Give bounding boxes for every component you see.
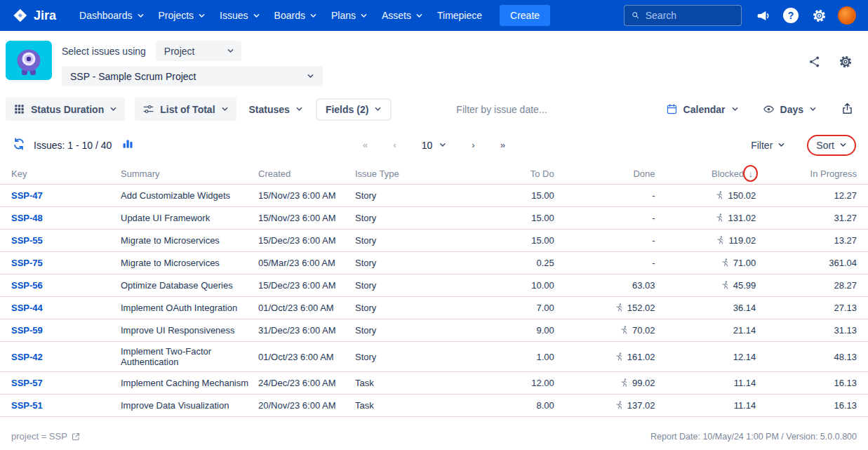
runner-icon [614, 303, 625, 313]
nav-item-label: Dashboards [79, 10, 133, 21]
status-duration-value: 12.27 [756, 186, 857, 205]
chevron-down-icon [360, 12, 368, 20]
runner-icon [614, 352, 625, 362]
report-settings-button[interactable] [839, 55, 853, 69]
issue-summary: Improve UI Responsiveness [121, 321, 258, 340]
runner-icon [619, 378, 629, 388]
sort-button-label: Sort [816, 140, 834, 151]
pagination-first-button[interactable]: « [360, 139, 370, 151]
issue-type: Task [355, 396, 453, 415]
issue-key-link[interactable]: SSP-48 [11, 213, 43, 223]
export-button[interactable] [838, 99, 857, 120]
list-of-total-button[interactable]: List of Total [135, 98, 236, 121]
search-input[interactable] [646, 10, 735, 21]
filter-button[interactable]: Filter [751, 140, 785, 151]
table-row: SSP-59Improve UI Responsiveness31/Dec/23… [0, 319, 868, 342]
nav-item-plans[interactable]: Plans [325, 4, 374, 27]
issue-key-link[interactable]: SSP-55 [11, 235, 43, 246]
nav-item-label: Issues [220, 10, 248, 21]
refresh-button[interactable] [11, 136, 27, 154]
issue-key-link[interactable]: SSP-59 [11, 325, 43, 336]
fields-button[interactable]: Fields (2) [316, 98, 392, 121]
fields-label: Fields (2) [326, 104, 368, 115]
status-duration-value: 70.02 [554, 321, 655, 340]
page-size-select[interactable]: 10 [419, 138, 450, 152]
profile-button[interactable] [836, 4, 858, 27]
nav-item-label: Timepiece [437, 10, 482, 21]
column-header-summary[interactable]: Summary [121, 168, 258, 179]
table-row: SSP-56Optimize Database Queries15/Dec/23… [0, 274, 868, 297]
chevron-down-icon [227, 47, 234, 55]
status-duration-value: 71.00 [655, 253, 756, 272]
list-of-total-label: List of Total [160, 104, 215, 115]
calendar-label: Calendar [683, 104, 726, 115]
report-type-button[interactable]: Status Duration [6, 98, 125, 121]
controls-left: Issues: 1 - 10 / 40 [11, 136, 137, 154]
status-duration-value: 16.13 [756, 396, 857, 415]
monster-logo-icon [6, 41, 52, 80]
issue-date-filter-input[interactable] [456, 104, 617, 115]
column-header-done[interactable]: Done [554, 168, 655, 179]
issue-type: Task [355, 373, 453, 392]
project-select[interactable]: SSP - Sample Scrum Project [62, 66, 323, 86]
chevron-down-icon [839, 141, 847, 149]
issue-key-link[interactable]: SSP-75 [11, 258, 43, 268]
column-header-in-progress[interactable]: In Progress [756, 168, 857, 179]
settings-button[interactable] [808, 4, 830, 27]
issue-key-link[interactable]: SSP-57 [11, 378, 43, 388]
sort-descending-icon[interactable]: ↓ [749, 169, 754, 178]
toolbar-right-group: Calendar Days [663, 98, 861, 121]
issue-type: Story [355, 186, 453, 205]
jql-link[interactable]: project = SSP [11, 431, 81, 442]
pagination-next-button[interactable]: › [469, 139, 477, 151]
nav-item-boards[interactable]: Boards [268, 4, 323, 27]
issue-summary: Migrate to Microservices [121, 253, 258, 272]
status-duration-value: 137.02 [554, 396, 655, 415]
avatar [838, 6, 856, 25]
status-duration-value: 11.14 [655, 396, 756, 415]
nav-item-dashboards[interactable]: Dashboards [73, 4, 151, 27]
jira-brand[interactable]: Jira [13, 8, 56, 23]
issue-key-link[interactable]: SSP-56 [11, 280, 43, 291]
navbar-menu: Dashboards Projects Issues Boards Plans … [73, 4, 488, 27]
calendar-button[interactable]: Calendar [663, 98, 742, 121]
refresh-icon [13, 138, 25, 150]
nav-item-timepiece[interactable]: Timepiece [431, 4, 488, 27]
issue-key-link[interactable]: SSP-51 [11, 400, 43, 411]
column-header-blocked[interactable]: Blocked ↓ [655, 168, 756, 179]
pagination-last-button[interactable]: » [498, 139, 508, 151]
column-header-created[interactable]: Created [258, 168, 355, 179]
issue-key-link[interactable]: SSP-42 [11, 352, 43, 362]
statuses-button[interactable]: Statuses [246, 98, 306, 121]
announcements-button[interactable] [752, 4, 774, 27]
sort-button[interactable]: Sort [816, 140, 847, 151]
controls-right: Filter Sort [751, 140, 847, 151]
pagination: « ‹ 10 › » [360, 138, 508, 152]
issue-key-link[interactable]: SSP-44 [11, 303, 43, 313]
nav-item-assets[interactable]: Assets [375, 4, 429, 27]
column-header-to-do[interactable]: To Do [453, 168, 554, 179]
help-button[interactable]: ? [780, 4, 802, 27]
jira-brand-label: Jira [34, 8, 56, 23]
create-button[interactable]: Create [500, 5, 550, 26]
issue-created: 20/Nov/23 6:00 AM [258, 396, 355, 415]
issue-source-mode-select[interactable]: Project [156, 41, 241, 61]
status-duration-value: - [554, 209, 655, 227]
share-icon [808, 55, 822, 69]
status-duration-value: 10.00 [453, 276, 554, 295]
share-report-button[interactable] [808, 55, 822, 69]
jql-text: project = SSP [11, 431, 67, 442]
issue-created: 15/Dec/23 6:00 AM [258, 276, 355, 295]
chart-view-button[interactable] [119, 136, 137, 154]
search-icon [631, 10, 641, 21]
pagination-prev-button[interactable]: ‹ [390, 139, 399, 151]
column-header-key[interactable]: Key [11, 168, 121, 179]
issue-summary: Migrate to Microservices [121, 231, 258, 250]
status-duration-value: 13.27 [756, 231, 857, 250]
nav-item-projects[interactable]: Projects [152, 4, 213, 27]
nav-item-issues[interactable]: Issues [213, 4, 266, 27]
column-header-issue-type[interactable]: Issue Type [355, 168, 453, 179]
issue-key-link[interactable]: SSP-47 [11, 190, 43, 201]
gear-icon [812, 8, 827, 23]
time-unit-button[interactable]: Days [760, 98, 820, 121]
